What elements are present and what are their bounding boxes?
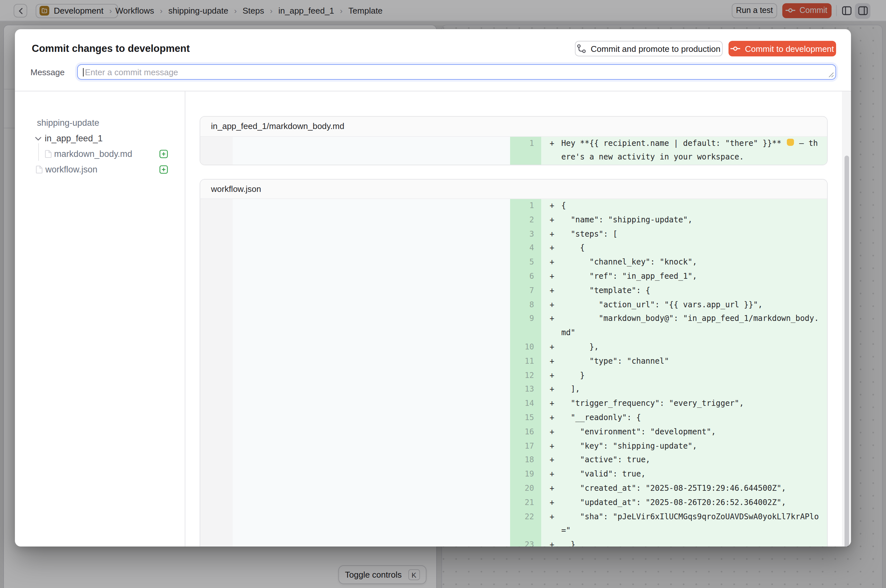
commit-message-input[interactable]: Enter a commit message xyxy=(77,64,836,80)
diff-added-sign: + xyxy=(541,482,561,496)
diff-new-content: +Hey **{{ recipient.name | default: "the… xyxy=(541,136,827,165)
diff-body: 1234567891011121314151617181920212223 +{… xyxy=(200,199,827,546)
diff-added-sign: + xyxy=(541,383,561,397)
diff-line-number: 19 xyxy=(510,467,541,482)
diff-line-number: 10 xyxy=(510,340,541,355)
diff-line: + ], xyxy=(541,383,827,397)
diff-line-text: "markdown_body@": "in_app_feed_1/markdow… xyxy=(561,312,819,326)
diff-line-text: "active": true, xyxy=(561,453,651,468)
diff-line: + "steps": [ xyxy=(541,227,827,242)
diff-new-gutter: 1 xyxy=(510,136,541,165)
diff-line-number: 2 xyxy=(510,213,541,228)
changed-files-tree: shipping-update in_app_feed_1 markdown_b… xyxy=(15,92,185,546)
diff-line: + "name": "shipping-update", xyxy=(541,213,827,228)
diff-body: 1 +Hey **{{ recipient.name | default: "t… xyxy=(200,136,827,165)
diff-card-workflow-json: workflow.json 12345678910111213141516171… xyxy=(199,178,828,546)
diff-line-text: Hey **{{ recipient.name | default: "ther… xyxy=(561,136,818,151)
diff-line-number: 18 xyxy=(510,453,541,468)
diff-line-text: "name": "shipping-update", xyxy=(561,213,693,228)
diff-added-sign: + xyxy=(541,467,561,482)
resize-grip-icon[interactable] xyxy=(828,72,834,78)
diff-added-sign: + xyxy=(541,439,561,453)
diff-line: + "action_url": "{{ vars.app_url }}", xyxy=(541,298,827,312)
diff-line-number xyxy=(510,524,541,538)
diff-line-text: ere's a new activity in your workspace. xyxy=(561,151,744,165)
diff-added-sign: + xyxy=(541,538,561,546)
diff-added-sign: + xyxy=(541,298,561,312)
diff-line: + "ref": "in_app_feed_1", xyxy=(541,270,827,284)
promote-icon xyxy=(577,44,586,53)
diff-card-header: in_app_feed_1/markdown_body.md xyxy=(200,117,827,136)
diff-new-content: +{+ "name": "shipping-update",+ "steps":… xyxy=(541,199,827,546)
diff-line-number: 9 xyxy=(510,312,541,326)
diff-line-number: 4 xyxy=(510,242,541,256)
diff-line-text: }, xyxy=(561,340,599,355)
add-file-icon[interactable] xyxy=(159,150,168,158)
tree-file-workflow-json[interactable]: workflow.json xyxy=(36,162,97,177)
diff-card-markdown-body: in_app_feed_1/markdown_body.md 1 +Hey **… xyxy=(199,116,828,165)
tree-file-label: markdown_body.md xyxy=(54,149,132,159)
diff-line: + "channel_key": "knock", xyxy=(541,255,827,270)
diff-line-text: "key": "shipping-update", xyxy=(561,439,697,453)
diff-added-sign: + xyxy=(541,425,561,440)
diff-line-text: { xyxy=(561,199,566,213)
diff-line-text: "channel_key": "knock", xyxy=(561,255,697,270)
diff-line-text: "template": { xyxy=(561,284,651,298)
diff-added-sign: + xyxy=(541,227,561,242)
diff-line-text: "valid": true, xyxy=(561,467,646,482)
diff-line-number: 3 xyxy=(510,227,541,242)
modal-title: Commit changes to development xyxy=(32,43,190,54)
diff-line-text: { xyxy=(561,242,585,256)
diff-line-number: 15 xyxy=(510,411,541,425)
tree-file-label: workflow.json xyxy=(45,165,97,174)
diff-added-sign: + xyxy=(541,340,561,355)
diff-added-sign: + xyxy=(541,284,561,298)
chevron-down-icon xyxy=(35,136,42,140)
diff-line-number: 14 xyxy=(510,397,541,411)
diff-line-text: md" xyxy=(561,326,575,340)
diff-line: + "sha": "pJeLVir6xIlUCMGqs9qroZoUAVDSwA… xyxy=(541,510,827,524)
diff-added-sign xyxy=(541,326,561,340)
diff-line-text: ], xyxy=(561,383,580,397)
tree-root-label: shipping-update xyxy=(37,115,99,130)
add-file-icon[interactable] xyxy=(159,165,168,174)
tree-folder-in-app-feed[interactable]: in_app_feed_1 xyxy=(35,130,103,146)
diff-filename: workflow.json xyxy=(211,184,261,194)
diff-line-text: "ref": "in_app_feed_1", xyxy=(561,270,697,284)
diff-line: + }, xyxy=(541,340,827,355)
diff-old-content xyxy=(232,136,510,165)
tree-file-markdown-body[interactable]: markdown_body.md xyxy=(44,146,132,162)
message-label: Message xyxy=(30,68,65,77)
diff-line: + "type": "channel" xyxy=(541,355,827,369)
diff-line: =" xyxy=(541,524,827,538)
diff-line: + "valid": true, xyxy=(541,467,827,482)
diff-added-sign: + xyxy=(541,397,561,411)
diff-added-sign: + xyxy=(541,355,561,369)
diff-line-number: 17 xyxy=(510,439,541,453)
diff-added-sign: + xyxy=(541,369,561,383)
modal-scrollbar-track[interactable] xyxy=(842,92,851,546)
diff-line-number: 13 xyxy=(510,383,541,397)
diff-line: + "trigger_frequency": "every_trigger", xyxy=(541,397,827,411)
diff-line-text: =" xyxy=(561,524,571,538)
diff-line-text: "steps": [ xyxy=(561,227,617,242)
wave-emoji xyxy=(787,138,794,146)
file-icon xyxy=(36,165,43,174)
diff-old-content xyxy=(232,199,510,546)
diff-line: + } xyxy=(541,369,827,383)
diff-line-number: 16 xyxy=(510,425,541,440)
diff-line: +Hey **{{ recipient.name | default: "the… xyxy=(541,136,827,151)
diff-added-sign xyxy=(541,151,561,165)
diff-line-text: "type": "channel" xyxy=(561,355,669,369)
app-root: Development › Workflows›shipping-update›… xyxy=(0,0,886,588)
diff-card-header: workflow.json xyxy=(200,179,827,199)
diff-old-gutter xyxy=(200,136,232,165)
diff-line-text: } xyxy=(561,369,585,383)
modal-scrollbar-thumb[interactable] xyxy=(844,156,849,546)
commit-and-promote-button[interactable]: Commit and promote to production xyxy=(575,41,723,56)
text-caret xyxy=(83,68,84,76)
commit-to-development-button[interactable]: Commit to development xyxy=(729,41,836,56)
diff-added-sign: + xyxy=(541,453,561,468)
diff-added-sign: + xyxy=(541,270,561,284)
tree-guide-line xyxy=(38,143,39,161)
